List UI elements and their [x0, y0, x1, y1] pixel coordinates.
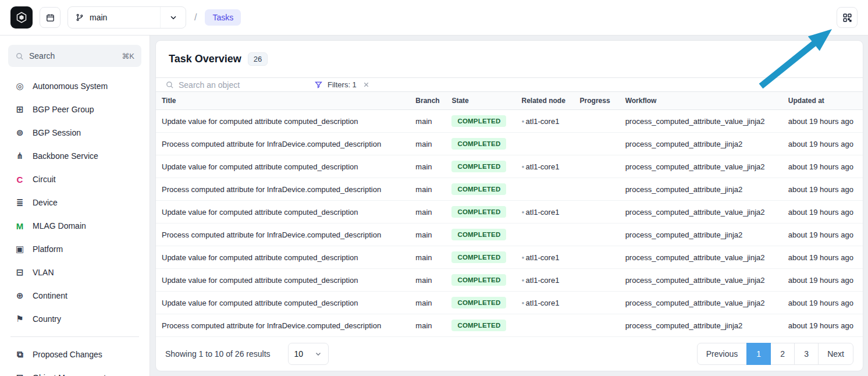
column-header-branch: Branch [411, 92, 447, 110]
clear-filters-button[interactable] [361, 80, 371, 90]
cell-workflow: process_computed_attribute_jinja2 [621, 178, 784, 201]
sidebar-item-mlag-domain[interactable]: M MLAG Domain [8, 214, 141, 237]
branch-selector-value-area[interactable]: main [68, 7, 160, 28]
cell-state: COMPLETED [447, 133, 517, 155]
cell-related-node [517, 224, 575, 246]
sidebar-item-continent[interactable]: ⊕ Continent [8, 284, 141, 307]
table-row[interactable]: Process computed attribute for InfraDevi… [156, 178, 863, 201]
sidebar-item-label: Autonomous System [33, 81, 108, 91]
related-node-chip: atl1-core1 [522, 276, 560, 285]
sidebar-search-shortcut: ⌘K [122, 52, 134, 61]
circuit-icon: C [14, 175, 26, 185]
cell-branch: main [411, 110, 447, 133]
table-row[interactable]: Update value for computed attribute comp… [156, 246, 863, 269]
cell-progress [575, 314, 621, 337]
pagination-previous-button[interactable]: Previous [697, 343, 747, 365]
filters-control[interactable]: Filters: 1 [314, 80, 371, 90]
sidebar-item-country[interactable]: ⚑ Country [8, 307, 141, 331]
close-icon [362, 81, 370, 88]
sidebar-item-label: Country [33, 314, 61, 324]
table-row[interactable]: Update value for computed attribute comp… [156, 201, 863, 224]
app-logo[interactable] [10, 6, 33, 29]
pagination-next-button[interactable]: Next [818, 343, 853, 365]
pagination-page-2-button[interactable]: 2 [770, 343, 795, 365]
sidebar-item-autonomous-system[interactable]: ◎ Autonomous System [8, 75, 141, 98]
sidebar-item-vlan[interactable]: ⊟ VLAN [8, 261, 141, 284]
branch-selector-dropdown-button[interactable] [160, 7, 186, 28]
object-search[interactable] [165, 80, 299, 90]
sidebar-item-proposed-changes[interactable]: ⧉ Proposed Changes [8, 343, 141, 366]
column-header-workflow: Workflow [621, 92, 784, 110]
state-badge: COMPLETED [451, 206, 506, 218]
date-picker-button[interactable] [40, 7, 61, 28]
sidebar-divider [10, 336, 139, 337]
cell-workflow: process_computed_attribute_value_jinja2 [621, 110, 784, 133]
state-badge: COMPLETED [451, 320, 506, 331]
table-row[interactable]: Process computed attribute for InfraDevi… [156, 133, 863, 155]
cell-workflow: process_computed_attribute_value_jinja2 [621, 292, 784, 314]
table-row[interactable]: Update value for computed attribute comp… [156, 292, 863, 314]
bgp-peer-group-icon: ⊞ [14, 104, 26, 115]
sidebar-search-label: Search [29, 51, 55, 61]
cell-related-node [517, 178, 575, 201]
related-node-chip: atl1-core1 [522, 208, 560, 217]
sidebar-item-label: Object Management [33, 373, 106, 376]
pagination: Previous 1 2 3 Next [697, 343, 853, 365]
page-size-select[interactable]: 10 [288, 343, 329, 365]
table-row[interactable]: Update value for computed attribute comp… [156, 110, 863, 133]
cell-updated-at: about 19 hours ago [784, 155, 863, 178]
cell-workflow: process_computed_attribute_value_jinja2 [621, 269, 784, 292]
cell-progress [575, 155, 621, 178]
breadcrumb-tasks[interactable]: Tasks [205, 9, 241, 26]
pagination-page-1-button[interactable]: 1 [746, 343, 771, 365]
related-node-chip: atl1-core1 [522, 299, 560, 307]
cell-progress [575, 201, 621, 224]
app-grid-button[interactable] [837, 7, 858, 28]
page-title: Task Overview [169, 53, 241, 65]
object-management-icon: ⊡ [14, 373, 26, 376]
table-row[interactable]: Process computed attribute for InfraDevi… [156, 224, 863, 246]
cell-title: Update value for computed attribute comp… [156, 201, 411, 224]
page-size-value: 10 [294, 349, 304, 359]
column-header-related-node: Related node [517, 92, 575, 110]
state-badge: COMPLETED [451, 297, 506, 308]
cell-title: Update value for computed attribute comp… [156, 246, 411, 269]
cell-updated-at: about 19 hours ago [784, 314, 863, 337]
chevron-down-icon [314, 350, 322, 358]
table-row[interactable]: Process computed attribute for InfraDevi… [156, 314, 863, 337]
calendar-icon [45, 13, 55, 23]
table-row[interactable]: Update value for computed attribute comp… [156, 269, 863, 292]
sidebar-item-bgp-session[interactable]: ⊚ BGP Session [8, 121, 141, 144]
git-branch-icon [75, 13, 84, 22]
filters-label: Filters: 1 [328, 80, 357, 89]
cell-state: COMPLETED [447, 201, 517, 224]
sidebar-item-circuit[interactable]: C Circuit [8, 168, 141, 191]
state-badge: COMPLETED [451, 161, 506, 172]
grid-scan-icon [842, 12, 853, 23]
cell-progress [575, 292, 621, 314]
cell-title: Update value for computed attribute comp… [156, 110, 411, 133]
branch-selector[interactable]: main [67, 6, 186, 29]
sidebar-item-label: Platform [33, 244, 63, 254]
pagination-page-3-button[interactable]: 3 [794, 343, 819, 365]
sidebar-item-platform[interactable]: ▣ Platform [8, 237, 141, 261]
column-header-progress: Progress [575, 92, 621, 110]
sidebar-item-object-management[interactable]: ⊡ Object Management [8, 366, 141, 376]
state-badge: COMPLETED [451, 138, 506, 150]
cell-title: Process computed attribute for InfraDevi… [156, 314, 411, 337]
sidebar-search[interactable]: Search ⌘K [8, 45, 141, 67]
chevron-down-icon [169, 13, 178, 22]
top-bar: main / Tasks [0, 0, 868, 36]
table-row[interactable]: Update value for computed attribute comp… [156, 155, 863, 178]
object-search-input[interactable] [179, 80, 283, 90]
cell-state: COMPLETED [447, 269, 517, 292]
sidebar-item-device[interactable]: ≣ Device [8, 191, 141, 214]
cell-updated-at: about 19 hours ago [784, 201, 863, 224]
sidebar-item-backbone-service[interactable]: ⋔ Backbone Service [8, 144, 141, 168]
cell-updated-at: about 19 hours ago [784, 224, 863, 246]
sidebar-item-bgp-peer-group[interactable]: ⊞ BGP Peer Group [8, 98, 141, 121]
cell-title: Process computed attribute for InfraDevi… [156, 178, 411, 201]
sidebar-item-label: VLAN [33, 268, 54, 277]
cell-related-node: atl1-core1 [517, 110, 575, 133]
table-toolbar: Filters: 1 [156, 78, 863, 91]
